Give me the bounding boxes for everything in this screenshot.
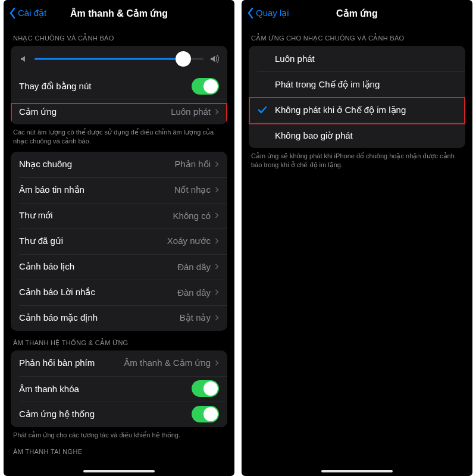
note-buttons: Các nút âm lượng có thể được sử dụng để …	[4, 124, 234, 146]
option-label: Không phát khi ở Chế độ im lặng	[275, 105, 457, 115]
chevron-right-icon	[214, 237, 219, 245]
option-row[interactable]: Không bao giờ phát	[249, 123, 465, 148]
chevron-right-icon	[214, 263, 219, 270]
section-haptics: CẢM ỨNG CHO NHẠC CHUÔNG VÀ CẢNH BÁO	[242, 26, 472, 46]
sound-row[interactable]: Cảnh báo lịchĐàn dây	[11, 254, 227, 280]
sound-row[interactable]: Thư đã gửiXoáy nước	[11, 228, 227, 254]
sound-value: Phản hồi	[174, 159, 211, 170]
group-system: Phản hồi bàn phím Âm thanh & Cảm ứng Âm …	[11, 350, 227, 427]
home-indicator[interactable]	[83, 470, 155, 472]
lock-label: Âm thanh khóa	[19, 384, 192, 394]
volume-slider-row	[11, 46, 227, 73]
note-system: Phát cảm ứng cho các tương tác và điều k…	[4, 427, 234, 440]
group-sounds: Nhạc chuôngPhản hồiÂm báo tin nhắnNốt nh…	[11, 152, 227, 331]
change-toggle[interactable]	[192, 78, 219, 95]
note-haptics: Cảm ứng sẽ không phát khi iPhone đổ chuô…	[242, 148, 472, 170]
system-haptics-row[interactable]: Cảm ứng hệ thống	[11, 402, 227, 427]
chevron-right-icon	[214, 314, 219, 321]
change-with-buttons-row[interactable]: Thay đổi bằng nút	[11, 73, 227, 99]
sound-label: Cảnh báo Lời nhắc	[19, 287, 177, 298]
keyboard-feedback-row[interactable]: Phản hồi bàn phím Âm thanh & Cảm ứng	[11, 350, 227, 376]
chevron-right-icon	[214, 161, 219, 168]
section-headphone: ÂM THANH TAI NGHE	[4, 440, 234, 455]
group-ringtone: Thay đổi bằng nút Cảm ứng Luôn phát	[11, 46, 227, 124]
chevron-right-icon	[214, 359, 219, 367]
volume-high-icon	[209, 54, 219, 64]
chevron-right-icon	[214, 108, 219, 115]
chevron-left-icon	[246, 7, 255, 19]
chevron-left-icon	[8, 7, 17, 19]
sound-value: Bật nảy	[180, 312, 211, 323]
option-row[interactable]: Không phát khi ở Chế độ im lặng	[249, 97, 465, 123]
home-indicator[interactable]	[321, 470, 393, 472]
section-system: ÂM THANH HỆ THỐNG & CẢM ỨNG	[4, 331, 234, 350]
chevron-right-icon	[214, 186, 219, 193]
keyboard-value: Âm thanh & Cảm ứng	[124, 358, 211, 368]
sound-row[interactable]: Cảnh báo mặc địnhBật nảy	[11, 305, 227, 331]
phone-left-sounds: Cài đặt Âm thanh & Cảm ứng NHẠC CHUÔNG V…	[4, 0, 234, 476]
sound-label: Cảnh báo mặc định	[19, 312, 180, 323]
sound-value: Đàn dây	[177, 262, 211, 272]
lock-toggle[interactable]	[192, 380, 219, 397]
volume-slider[interactable]	[35, 52, 203, 66]
sound-label: Cảnh báo lịch	[19, 261, 177, 272]
checkmark-icon	[257, 105, 268, 115]
haptics-label: Cảm ứng	[19, 107, 171, 117]
sound-value: Nốt nhạc	[174, 184, 211, 195]
sound-label: Nhạc chuông	[19, 159, 174, 170]
sound-label: Thư mới	[19, 210, 173, 221]
phone-right-haptics: Quay lại Cảm ứng CẢM ỨNG CHO NHẠC CHUÔNG…	[242, 0, 472, 476]
sound-row[interactable]: Cảnh báo Lời nhắcĐàn dây	[11, 280, 227, 305]
sound-value: Đàn dây	[177, 287, 211, 298]
option-label: Luôn phát	[275, 54, 457, 64]
change-label: Thay đổi bằng nút	[19, 81, 192, 92]
back-label: Quay lại	[256, 8, 289, 18]
back-button[interactable]: Quay lại	[246, 7, 289, 19]
chevron-right-icon	[214, 289, 219, 296]
syshap-toggle[interactable]	[192, 406, 219, 422]
sound-label: Thư đã gửi	[19, 236, 167, 246]
sound-label: Âm báo tin nhắn	[19, 184, 174, 195]
sound-row[interactable]: Nhạc chuôngPhản hồi	[11, 152, 227, 177]
lock-sound-row[interactable]: Âm thanh khóa	[11, 376, 227, 402]
sound-value: Xoáy nước	[167, 236, 211, 246]
haptics-row[interactable]: Cảm ứng Luôn phát	[11, 99, 227, 124]
section-ringtone: NHẠC CHUÔNG VÀ CẢNH BÁO	[4, 26, 234, 46]
back-button[interactable]: Cài đặt	[8, 7, 46, 19]
sound-value: Không có	[173, 211, 211, 221]
nav-bar: Quay lại Cảm ứng	[242, 0, 472, 26]
syshap-label: Cảm ứng hệ thống	[19, 409, 192, 419]
volume-low-icon	[19, 54, 29, 64]
haptics-value: Luôn phát	[171, 107, 211, 117]
option-label: Phát trong Chế độ im lặng	[275, 79, 457, 90]
nav-bar: Cài đặt Âm thanh & Cảm ứng	[4, 0, 234, 26]
sound-row[interactable]: Âm báo tin nhắnNốt nhạc	[11, 177, 227, 203]
option-row[interactable]: Luôn phát	[249, 46, 465, 71]
keyboard-label: Phản hồi bàn phím	[19, 358, 124, 368]
back-label: Cài đặt	[18, 8, 46, 18]
chevron-right-icon	[214, 212, 219, 219]
option-label: Không bao giờ phát	[275, 130, 457, 141]
option-row[interactable]: Phát trong Chế độ im lặng	[249, 71, 465, 97]
sound-row[interactable]: Thư mớiKhông có	[11, 203, 227, 228]
group-options: Luôn phátPhát trong Chế độ im lặngKhông …	[249, 46, 465, 148]
